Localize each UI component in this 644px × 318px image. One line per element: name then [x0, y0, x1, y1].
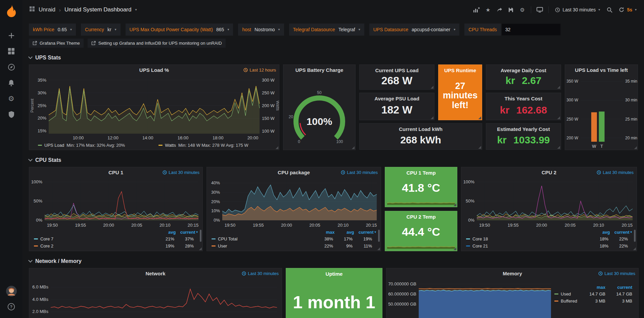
page-title[interactable]: Unraid System Dashboard: [64, 6, 131, 13]
cpu-threads-input[interactable]: [502, 24, 561, 36]
panel-title[interactable]: This Years Cost: [486, 96, 561, 101]
legend-series[interactable]: CPU Total: [212, 236, 314, 241]
legend-scrollbar[interactable]: [634, 230, 636, 242]
panel-title[interactable]: CPU 2 Temp: [385, 214, 457, 220]
configuration-gear-icon[interactable]: ⚙: [4, 91, 19, 106]
dashboard-caret-icon[interactable]: ▾: [135, 8, 137, 11]
legend-sort-avg[interactable]: avg: [590, 230, 610, 235]
panel-title[interactable]: CPU 2: [542, 170, 556, 175]
panel-title[interactable]: Average PSU Load: [360, 96, 434, 101]
create-plus-icon[interactable]: [4, 28, 19, 43]
legend-sort-current[interactable]: current: [605, 285, 632, 290]
legend-sort-current[interactable]: current: [354, 230, 373, 235]
panel-ups-battery-charge: UPS Battery Charge 02050100100%: [283, 64, 356, 150]
legend-series[interactable]: Buffered: [554, 299, 579, 304]
legend-series[interactable]: Used: [554, 291, 579, 297]
stat-value: kr 162.68: [486, 101, 561, 120]
add-panel-button[interactable]: [471, 4, 482, 15]
zoom-out-button[interactable]: [604, 4, 615, 15]
variable-ups-max-output[interactable]: UPS Max Output Power Capacity (Watt)865▾: [126, 24, 233, 36]
panel-title[interactable]: Network: [145, 271, 165, 276]
link-ups-monitoring-guide[interactable]: Setting up Grafana and InfluxDB for UPS …: [88, 39, 226, 48]
panel-time-override[interactable]: Last 30 minutes: [242, 271, 279, 276]
legend-sort-max[interactable]: max: [315, 230, 334, 235]
panel-title[interactable]: UPS Runtime: [439, 67, 482, 73]
share-button[interactable]: [494, 4, 505, 15]
section-header-network-memory[interactable]: Network / Memory: [29, 257, 639, 266]
grafana-logo-icon[interactable]: [4, 4, 18, 18]
refresh-picker[interactable]: 5s ▾: [615, 4, 640, 15]
user-avatar[interactable]: [4, 283, 19, 299]
legend-sort-current[interactable]: current: [610, 230, 629, 235]
ups-load-chart[interactable]: 10:0012:0014:0016:0018:0020:0035%30%25%2…: [29, 75, 279, 141]
stat-value: 27 minutes left!: [439, 73, 482, 120]
legend-sort-avg[interactable]: avg: [334, 230, 354, 235]
variable-ups-datasource[interactable]: UPS Datasourceapcupsd-container▾: [369, 24, 460, 36]
save-button[interactable]: [506, 4, 516, 15]
breadcrumb-org[interactable]: Unraid: [39, 6, 55, 13]
memory-chart[interactable]: 70.000000 GB60.000000 GB50.000000 GB: [386, 278, 554, 318]
panel-title[interactable]: UPS Load %: [139, 67, 169, 73]
variable-telegraf-datasource[interactable]: Telegraf DatasourceTelegraf▾: [289, 24, 364, 36]
cpu2-chart[interactable]: 19:5019:5520:0020:0520:1020:15100%50%0%: [461, 177, 637, 228]
svg-text:20:15: 20:15: [188, 223, 199, 228]
panel-current-ups-load: Current UPS Load 268 W: [359, 64, 434, 90]
battery-gauge[interactable]: 02050100100%: [283, 75, 355, 150]
breadcrumb-separator-icon: ›: [59, 7, 61, 13]
panel-time-override[interactable]: Last 30 minutes: [341, 170, 378, 175]
section-header-ups-stats[interactable]: UPS Stats: [29, 53, 639, 62]
help-icon[interactable]: ?: [4, 299, 19, 315]
explore-compass-icon[interactable]: [4, 59, 19, 75]
dashboard-grid-icon[interactable]: [29, 6, 35, 13]
legend-series-watts[interactable]: WattsMin: 148 W Max: 278 W Avg: 175 W: [158, 143, 248, 148]
panel-title[interactable]: Memory: [503, 271, 522, 276]
panel-title[interactable]: Current UPS Load: [360, 67, 434, 73]
panel-title[interactable]: UPS Battery Charge: [295, 67, 343, 73]
cycle-view-monitor-icon[interactable]: [534, 4, 545, 15]
legend-series-ups-load[interactable]: UPS LoadMin: 17% Max: 32% Avg: 20%: [38, 143, 125, 148]
panel-time-override[interactable]: Last 30 minutes: [598, 271, 635, 276]
legend-scrollbar[interactable]: [378, 230, 380, 242]
cpu-package-chart[interactable]: 19:5019:5520:0020:0520:1020:1540%30%20%1…: [207, 177, 381, 228]
panel-title[interactable]: Average Daily Cost: [486, 67, 561, 73]
legend-scrollbar[interactable]: [200, 230, 201, 242]
panel-title[interactable]: CPU 1 Temp: [385, 170, 457, 176]
dashboards-icon[interactable]: [4, 43, 19, 59]
alerting-bell-icon[interactable]: [4, 75, 19, 91]
link-grafana-plex-theme[interactable]: Grafana Plex Theme: [29, 39, 84, 48]
dashboard-settings-gear-icon[interactable]: ⚙: [517, 4, 528, 15]
svg-text:40%: 40%: [211, 180, 220, 185]
panel-title[interactable]: Current Load kWh: [360, 126, 482, 132]
legend-sort-current[interactable]: current: [176, 230, 195, 235]
section-header-cpu-stats[interactable]: CPU Stats: [29, 155, 639, 165]
panel-title[interactable]: CPU 1: [108, 170, 123, 175]
panel-time-override[interactable]: Last 30 minutes: [597, 170, 634, 175]
panel-title[interactable]: CPU package: [278, 170, 310, 175]
legend-sort-avg[interactable]: avg: [156, 230, 176, 235]
variable-currency[interactable]: Currencykr▾: [81, 24, 121, 36]
network-chart[interactable]: 6.0 MBs4.0 MBs2.0 MBs: [29, 278, 282, 318]
ups-load-vs-time-chart[interactable]: 350 W300 W250 W200 W35 min30 min25 min20…: [565, 75, 638, 150]
panel-title[interactable]: Uptime: [286, 271, 382, 277]
navbar-divider: [548, 6, 549, 13]
panel-time-override[interactable]: Last 30 minutes: [163, 170, 199, 175]
legend-series[interactable]: Core 2: [34, 243, 155, 248]
svg-text:300 W: 300 W: [262, 78, 275, 83]
star-button[interactable]: ★: [483, 4, 494, 15]
svg-text:100%: 100%: [307, 116, 332, 127]
svg-text:20:05: 20:05: [131, 223, 142, 228]
legend-sort-max[interactable]: max: [579, 285, 605, 290]
panel-title[interactable]: Estimated Yearly Cost: [486, 126, 561, 132]
legend-series[interactable]: Core 7: [34, 236, 155, 241]
panel-title[interactable]: UPS Load vs Time left: [575, 67, 628, 73]
variable-kwh-price[interactable]: kWh Price0.65▾: [29, 24, 76, 36]
time-range-picker[interactable]: Last 30 minutes ▾: [552, 4, 604, 15]
legend-series[interactable]: Core 18: [466, 236, 589, 241]
server-admin-shield-icon[interactable]: [4, 106, 19, 122]
legend-series[interactable]: Core 21: [466, 243, 589, 248]
variable-host[interactable]: hostNostromo▾: [238, 24, 284, 36]
svg-text:35 min: 35 min: [625, 79, 637, 84]
legend-series[interactable]: User: [212, 243, 314, 248]
panel-time-override[interactable]: Last 12 hours: [243, 67, 276, 73]
cpu1-chart[interactable]: 19:5019:5520:0020:0520:1020:15100%50%0%: [29, 177, 202, 228]
